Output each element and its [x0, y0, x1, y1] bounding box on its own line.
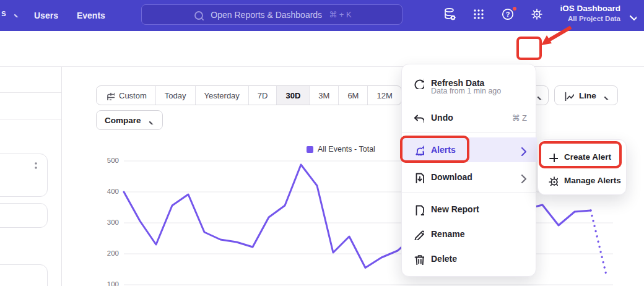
search-icon: [192, 9, 204, 20]
range-3m[interactable]: 3M: [310, 86, 339, 105]
menu-item-label: Undo: [431, 113, 453, 123]
project-name: iOS Dashboard: [560, 4, 620, 13]
undo-shortcut: ⌘ Z: [511, 113, 527, 123]
menu-item-alerts[interactable]: Alerts: [402, 137, 537, 162]
chart-legend: All Events - Total: [307, 145, 375, 154]
refresh-data-subtext: Data from 1 min ago: [431, 87, 501, 95]
range-label: Yesterday: [204, 91, 240, 100]
line-chart-icon: [563, 90, 574, 101]
menu-item-download[interactable]: Download: [402, 165, 537, 189]
submenu-item-label: Manage Alerts: [564, 176, 621, 185]
range-label: Today: [165, 91, 186, 100]
plus-icon: [547, 151, 558, 162]
search-input[interactable]: Open Reports & Dashboards ⌘ + K: [141, 4, 402, 25]
download-document-icon: [412, 171, 424, 183]
pencil-icon: [412, 228, 424, 240]
submenu-item-create-alert[interactable]: Create Alert: [538, 145, 627, 168]
range-label: 30D: [285, 91, 300, 100]
range-12m[interactable]: 12M: [368, 86, 401, 105]
alerts-submenu: Create Alert Manage Alerts: [537, 139, 627, 195]
new-document-icon: [412, 204, 424, 215]
settings-gear-icon[interactable]: [529, 7, 546, 23]
compare-button[interactable]: Compare: [96, 110, 163, 130]
submenu-item-label: Create Alert: [564, 152, 611, 162]
chevron-down-icon: [146, 116, 154, 124]
menu-item-undo[interactable]: Undo ⌘ Z: [402, 105, 537, 130]
chevron-down-icon[interactable]: [627, 11, 637, 20]
chart-type-label: Line: [579, 91, 596, 100]
chevron-down-icon: [601, 92, 609, 100]
menu-item-label: New Report: [431, 204, 479, 214]
menu-item-label: Download: [431, 172, 472, 182]
submenu-item-manage-alerts[interactable]: Manage Alerts: [538, 168, 627, 192]
menu-item-delete[interactable]: Delete: [402, 246, 537, 271]
range-yesterday[interactable]: Yesterday: [196, 86, 249, 105]
menu-item-label: Rename: [431, 229, 464, 239]
menu-divider: [402, 132, 537, 133]
trash-icon: [412, 253, 424, 265]
range-custom[interactable]: Custom: [97, 86, 156, 105]
nav-item-events[interactable]: Events: [77, 11, 105, 20]
report-options-menu: Refresh Data Data from 1 min ago Undo ⌘ …: [401, 64, 536, 277]
range-label: 12M: [376, 91, 392, 100]
chevron-right-icon: [516, 144, 528, 156]
menu-item-new-report[interactable]: New Report: [402, 197, 537, 222]
help-icon[interactable]: [500, 7, 516, 23]
bell-plus-icon: [412, 144, 424, 156]
apps-grid-icon[interactable]: [471, 7, 487, 23]
data-management-icon[interactable]: [442, 7, 458, 23]
search-shortcut: ⌘ + K: [329, 10, 352, 19]
project-scope: All Project Data: [560, 15, 620, 22]
menu-item-label: Delete: [431, 254, 457, 264]
undo-icon: [412, 112, 424, 124]
range-30d[interactable]: 30D: [277, 86, 310, 105]
range-label: 6M: [347, 91, 359, 100]
report-header: [0, 31, 644, 66]
range-7d[interactable]: 7D: [249, 86, 277, 105]
date-range-segmented-control: CustomTodayYesterday7D30D3M6M12M: [96, 85, 402, 105]
chevron-right-icon: [516, 171, 528, 183]
range-label: 3M: [318, 91, 329, 100]
refresh-icon: [412, 77, 424, 89]
nav-item-truncated[interactable]: s: [1, 8, 19, 18]
legend-label: All Events - Total: [318, 145, 375, 154]
menu-divider: [402, 192, 537, 193]
menu-item-label: Alerts: [431, 145, 456, 155]
range-label: Custom: [119, 91, 147, 100]
top-navigation-bar: s UsersEvents Open Reports & Dashboards …: [0, 0, 644, 31]
nav-item-users[interactable]: Users: [34, 11, 58, 20]
legend-swatch: [307, 146, 313, 153]
notification-badge: [511, 6, 518, 12]
range-today[interactable]: Today: [156, 86, 196, 105]
search-placeholder: Open Reports & Dashboards: [211, 10, 322, 20]
compare-label: Compare: [105, 116, 141, 125]
nav-item-truncated-label: s: [1, 8, 6, 18]
project-switcher[interactable]: iOS Dashboard All Project Data: [560, 4, 620, 22]
chevron-down-icon: [11, 9, 19, 17]
chart-type-button[interactable]: Line: [554, 85, 618, 105]
range-6m[interactable]: 6M: [339, 86, 368, 105]
calendar-icon: [105, 91, 115, 100]
menu-item-rename[interactable]: Rename: [402, 222, 537, 246]
gear-icon: [547, 175, 558, 186]
range-label: 7D: [258, 91, 268, 100]
